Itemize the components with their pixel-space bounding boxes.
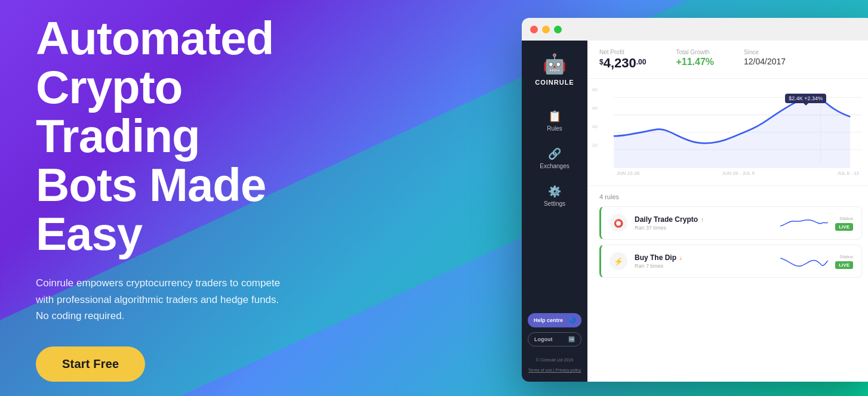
stat-net-profit: Net Profit $4,230.00 xyxy=(599,49,646,70)
rule-card-buy-dip: ⚡ Buy The Dip ↓ Ran 7 times Status LIVE xyxy=(599,245,862,278)
chart-x-labels: JUN 22-28 JUN 29 - JUL 5 JUL 6 - 12 xyxy=(614,171,862,176)
status-label: Status xyxy=(839,216,853,221)
traffic-light-maximize[interactable] xyxy=(554,26,562,33)
total-growth-value: +11.47% xyxy=(676,57,714,67)
sidebar-nav: 📋 Rules 🔗 Exchanges ⚙️ Settings xyxy=(522,104,587,313)
y-label-60: 60 xyxy=(592,106,598,111)
stat-total-growth: Total Growth +11.47% xyxy=(676,49,714,67)
robot-icon: 🤖 xyxy=(543,52,567,75)
chart-area: $2.4K +2.34% 80 60 40 20 xyxy=(587,79,868,186)
rule-card-daily-trade: ⭕ Daily Trade Crypto ↑ Ran 37 times Stat… xyxy=(599,206,862,240)
y-label-40: 40 xyxy=(592,124,598,129)
chart-tooltip: $2.4K +2.34% xyxy=(785,94,826,103)
since-label: Since xyxy=(744,49,786,55)
hero-section: Automated Crypto Trading Bots Made Easy … xyxy=(0,0,868,396)
rule-name-dip: Buy The Dip ↓ xyxy=(635,253,773,262)
sidebar-item-settings[interactable]: ⚙️ Settings xyxy=(522,179,587,213)
sparkline-dip xyxy=(780,252,828,270)
sidebar-settings-label: Settings xyxy=(544,200,565,207)
hero-subtitle: Coinrule empowers cryptocurrency traders… xyxy=(36,275,287,324)
logout-button[interactable]: Logout ➡️ xyxy=(528,332,581,346)
rules-icon: 📋 xyxy=(548,110,561,123)
sparkline-daily xyxy=(780,214,828,232)
net-profit-value: $4,230.00 xyxy=(599,57,646,70)
y-label-20: 20 xyxy=(592,143,598,148)
currency-symbol: $ xyxy=(599,58,604,66)
sidebar-logo: 🤖 COINRULE xyxy=(535,52,574,86)
chart-label-jun22: JUN 22-28 xyxy=(617,171,639,176)
sidebar-links: Terms of use | Privacy policy xyxy=(528,368,581,372)
chart-label-jun29: JUN 29 - JUL 5 xyxy=(722,171,755,176)
chart-label-jul6: JUL 6 - 12 xyxy=(837,171,859,176)
trend-up-icon: ↑ xyxy=(701,216,704,223)
rule-info-dip: Buy The Dip ↓ Ran 7 times xyxy=(635,253,773,269)
exchanges-icon: 🔗 xyxy=(548,147,561,160)
rules-section: 4 rules ⭕ Daily Trade Crypto ↑ Ran 37 ti… xyxy=(587,186,868,290)
help-centre-button[interactable]: Help centre 🔵 xyxy=(528,313,581,327)
start-free-button[interactable]: Start Free xyxy=(36,346,145,382)
rule-name-daily: Daily Trade Crypto ↑ xyxy=(635,215,773,224)
status-label-dip: Status xyxy=(839,254,853,259)
rule-ran-daily: Ran 37 times xyxy=(635,225,773,231)
rule-status-daily: Status LIVE xyxy=(835,216,853,231)
rule-icon-daily: ⭕ xyxy=(610,214,627,232)
sidebar-item-exchanges[interactable]: 🔗 Exchanges xyxy=(522,141,587,175)
hero-title: Automated Crypto Trading Bots Made Easy xyxy=(36,14,298,258)
app-main-content: Net Profit $4,230.00 Total Growth +11.47… xyxy=(587,41,868,382)
total-growth-label: Total Growth xyxy=(676,49,714,55)
rule-info-daily: Daily Trade Crypto ↑ Ran 37 times xyxy=(635,215,773,231)
sidebar-item-rules[interactable]: 📋 Rules xyxy=(522,104,587,138)
traffic-light-minimize[interactable] xyxy=(542,26,550,33)
y-label-80: 80 xyxy=(592,87,598,92)
sidebar-copyright: © Coinrule Ltd 2019 xyxy=(536,357,573,364)
app-sidebar: 🤖 COINRULE 📋 Rules 🔗 Exchanges ⚙️ Settin… xyxy=(522,41,587,382)
hero-left-content: Automated Crypto Trading Bots Made Easy … xyxy=(0,0,334,396)
app-window: 🤖 COINRULE 📋 Rules 🔗 Exchanges ⚙️ Settin… xyxy=(522,18,868,382)
sidebar-rules-label: Rules xyxy=(547,125,562,132)
sidebar-brand-name: COINRULE xyxy=(535,79,574,86)
sidebar-exchanges-label: Exchanges xyxy=(540,163,569,169)
net-profit-label: Net Profit xyxy=(599,49,646,55)
sidebar-footer: Help centre 🔵 Logout ➡️ © Coinrule Ltd 2… xyxy=(522,313,587,373)
stat-since: Since 12/04/2017 xyxy=(744,49,786,66)
stats-header: Net Profit $4,230.00 Total Growth +11.47… xyxy=(587,41,868,79)
trend-down-icon: ↓ xyxy=(679,255,682,261)
settings-icon: ⚙️ xyxy=(548,185,561,198)
window-titlebar xyxy=(522,18,868,41)
rules-count: 4 rules xyxy=(599,193,862,200)
y-axis-labels: 80 60 40 20 xyxy=(592,87,598,148)
traffic-light-close[interactable] xyxy=(530,26,538,33)
status-badge-live-dip: LIVE xyxy=(835,261,853,269)
since-value: 12/04/2017 xyxy=(744,57,786,66)
status-badge-live: LIVE xyxy=(835,223,853,231)
rule-ran-dip: Ran 7 times xyxy=(635,263,773,269)
rule-status-dip: Status LIVE xyxy=(835,254,853,269)
rule-icon-dip: ⚡ xyxy=(610,252,627,270)
